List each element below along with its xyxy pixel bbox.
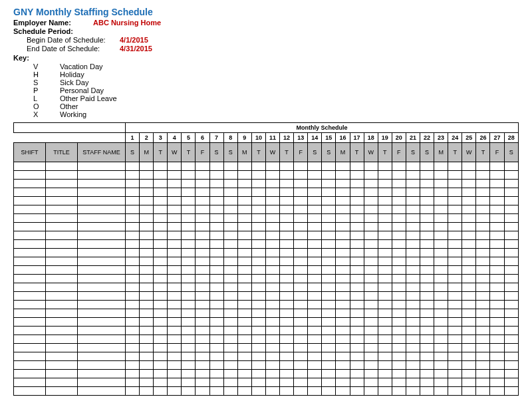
- cell[interactable]: [46, 214, 78, 223]
- cell[interactable]: [251, 240, 265, 249]
- cell[interactable]: [462, 283, 476, 292]
- cell[interactable]: [336, 344, 350, 352]
- cell[interactable]: [434, 266, 448, 275]
- cell[interactable]: [126, 335, 140, 344]
- cell[interactable]: [237, 205, 251, 214]
- cell[interactable]: [336, 162, 350, 171]
- cell[interactable]: [168, 249, 182, 257]
- cell[interactable]: [14, 352, 46, 361]
- cell[interactable]: [223, 223, 237, 231]
- cell[interactable]: [322, 378, 336, 387]
- cell[interactable]: [406, 257, 420, 266]
- cell[interactable]: [490, 370, 504, 378]
- cell[interactable]: [322, 223, 336, 231]
- cell[interactable]: [462, 292, 476, 301]
- cell[interactable]: [420, 214, 434, 223]
- cell[interactable]: [78, 335, 126, 344]
- cell[interactable]: [265, 275, 279, 283]
- cell[interactable]: [420, 309, 434, 318]
- cell[interactable]: [294, 249, 308, 257]
- cell[interactable]: [294, 188, 308, 197]
- cell[interactable]: [294, 352, 308, 361]
- cell[interactable]: [406, 197, 420, 205]
- cell[interactable]: [504, 197, 518, 205]
- cell[interactable]: [420, 335, 434, 344]
- cell[interactable]: [196, 205, 209, 214]
- cell[interactable]: [308, 266, 322, 275]
- cell[interactable]: [476, 275, 490, 283]
- cell[interactable]: [504, 344, 518, 352]
- cell[interactable]: [168, 327, 182, 335]
- cell[interactable]: [504, 283, 518, 292]
- cell[interactable]: [140, 378, 154, 387]
- cell[interactable]: [209, 257, 223, 266]
- cell[interactable]: [392, 318, 406, 327]
- cell[interactable]: [434, 231, 448, 240]
- cell[interactable]: [78, 378, 126, 387]
- cell[interactable]: [406, 214, 420, 223]
- cell[interactable]: [406, 309, 420, 318]
- cell[interactable]: [14, 335, 46, 344]
- cell[interactable]: [14, 180, 46, 188]
- cell[interactable]: [294, 387, 308, 396]
- cell[interactable]: [280, 352, 294, 361]
- cell[interactable]: [294, 214, 308, 223]
- cell[interactable]: [350, 309, 364, 318]
- cell[interactable]: [182, 249, 196, 257]
- cell[interactable]: [196, 301, 209, 309]
- cell[interactable]: [196, 171, 209, 180]
- cell[interactable]: [336, 309, 350, 318]
- cell[interactable]: [168, 283, 182, 292]
- cell[interactable]: [364, 223, 378, 231]
- cell[interactable]: [504, 188, 518, 197]
- cell[interactable]: [78, 292, 126, 301]
- cell[interactable]: [392, 257, 406, 266]
- cell[interactable]: [476, 352, 490, 361]
- cell[interactable]: [154, 171, 168, 180]
- cell[interactable]: [322, 205, 336, 214]
- cell[interactable]: [237, 231, 251, 240]
- cell[interactable]: [378, 266, 392, 275]
- cell[interactable]: [46, 361, 78, 370]
- cell[interactable]: [78, 301, 126, 309]
- cell[interactable]: [308, 344, 322, 352]
- cell[interactable]: [364, 387, 378, 396]
- cell[interactable]: [294, 205, 308, 214]
- cell[interactable]: [294, 283, 308, 292]
- cell[interactable]: [378, 292, 392, 301]
- cell[interactable]: [14, 266, 46, 275]
- cell[interactable]: [251, 249, 265, 257]
- cell[interactable]: [209, 266, 223, 275]
- cell[interactable]: [237, 180, 251, 188]
- cell[interactable]: [78, 352, 126, 361]
- cell[interactable]: [336, 370, 350, 378]
- cell[interactable]: [476, 240, 490, 249]
- cell[interactable]: [350, 283, 364, 292]
- cell[interactable]: [196, 292, 209, 301]
- cell[interactable]: [280, 335, 294, 344]
- cell[interactable]: [126, 283, 140, 292]
- cell[interactable]: [420, 205, 434, 214]
- cell[interactable]: [406, 275, 420, 283]
- cell[interactable]: [154, 327, 168, 335]
- cell[interactable]: [223, 318, 237, 327]
- cell[interactable]: [336, 378, 350, 387]
- cell[interactable]: [336, 180, 350, 188]
- cell[interactable]: [336, 231, 350, 240]
- cell[interactable]: [448, 197, 462, 205]
- cell[interactable]: [490, 352, 504, 361]
- cell[interactable]: [196, 335, 209, 344]
- cell[interactable]: [406, 301, 420, 309]
- cell[interactable]: [434, 309, 448, 318]
- cell[interactable]: [126, 180, 140, 188]
- cell[interactable]: [364, 327, 378, 335]
- cell[interactable]: [14, 223, 46, 231]
- cell[interactable]: [448, 309, 462, 318]
- cell[interactable]: [294, 266, 308, 275]
- cell[interactable]: [237, 309, 251, 318]
- cell[interactable]: [364, 292, 378, 301]
- cell[interactable]: [462, 361, 476, 370]
- cell[interactable]: [280, 231, 294, 240]
- cell[interactable]: [364, 162, 378, 171]
- cell[interactable]: [504, 335, 518, 344]
